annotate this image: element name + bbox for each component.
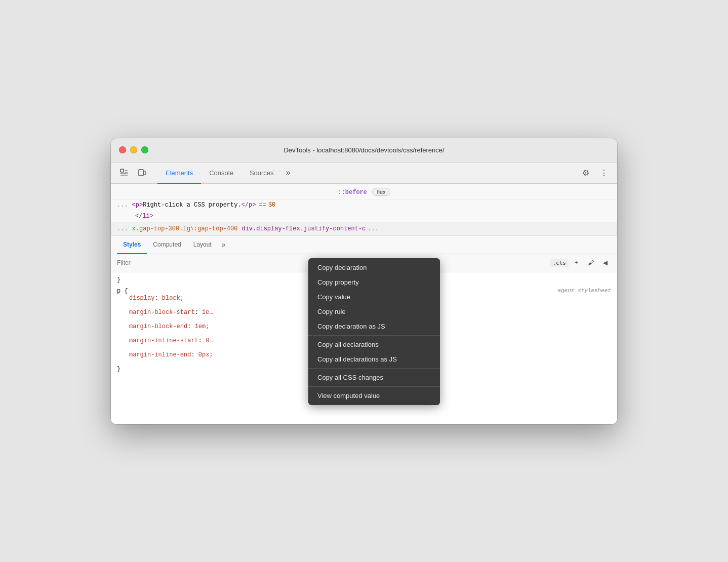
more-tabs-button[interactable]: » [282, 163, 295, 183]
context-menu-item-copy-all-declarations-js[interactable]: Copy all declarations as JS [308, 352, 440, 367]
breadcrumb-item-2[interactable]: div.display-flex.justify-content-c [241, 225, 366, 232]
tabbar: Elements Console Sources » ⚙ ⋮ [111, 163, 617, 184]
context-menu-item-copy-all-css-changes[interactable]: Copy all CSS changes [308, 370, 440, 385]
before-pseudo-element: ::before [338, 189, 367, 196]
flex-badge: flex [372, 188, 390, 196]
styles-panel: Styles Computed Layout » .cls + 🖌 ◀ } [111, 236, 617, 424]
tab-elements[interactable]: Elements [157, 163, 201, 184]
window-title: DevTools - localhost:8080/docs/devtools/… [284, 146, 444, 154]
context-menu-item-copy-all-declarations[interactable]: Copy all declarations [308, 337, 440, 352]
close-button[interactable] [119, 146, 126, 153]
html-panel: ... <p> Right-click a CSS property. </p>… [111, 199, 617, 222]
agent-stylesheet-comment: agent stylesheet [557, 288, 611, 294]
minimize-button[interactable] [130, 146, 137, 153]
context-menu-item-copy-rule[interactable]: Copy rule [308, 304, 440, 319]
context-menu-divider-1 [308, 335, 440, 336]
paint-button[interactable]: 🖌 [585, 257, 597, 269]
html-line-1: ... <p> Right-click a CSS property. </p>… [111, 199, 617, 211]
context-menu-divider-2 [308, 368, 440, 369]
before-bar: ::before flex [111, 184, 617, 199]
html-tag-p-close: </p> [241, 202, 256, 209]
context-menu-item-copy-value[interactable]: Copy value [308, 290, 440, 304]
html-line-2: </li> [111, 211, 617, 222]
context-menu-item-copy-declaration[interactable]: Copy declaration [308, 260, 440, 275]
more-styles-tabs[interactable]: » [218, 236, 230, 254]
styles-tabs: Styles Computed Layout » [111, 236, 617, 254]
maximize-button[interactable] [141, 146, 148, 153]
traffic-lights [119, 146, 148, 153]
svg-rect-0 [120, 169, 124, 172]
html-dots: ... [117, 202, 128, 209]
html-li-close: </li> [135, 213, 153, 220]
add-style-rule-button[interactable]: + [571, 257, 583, 269]
cls-toggle[interactable]: .cls [550, 259, 569, 267]
devtools-icons [117, 163, 149, 183]
more-options-icon[interactable]: ⋮ [597, 166, 611, 180]
tab-computed[interactable]: Computed [147, 236, 187, 254]
tab-console[interactable]: Console [201, 163, 241, 184]
html-eq: == [259, 202, 266, 209]
settings-icon[interactable]: ⚙ [579, 166, 593, 180]
context-menu: Copy declaration Copy property Copy valu… [308, 258, 440, 405]
svg-rect-1 [139, 170, 143, 176]
device-icon[interactable] [135, 166, 149, 180]
breadcrumb-item-1[interactable]: x.gap-top-300.lg\:gap-top-400 [132, 225, 238, 232]
inspect-icon[interactable] [117, 166, 131, 180]
svg-rect-2 [144, 171, 146, 175]
html-dollar-id: $0 [268, 202, 275, 209]
tabbar-right-actions: ⚙ ⋮ [579, 163, 611, 183]
filter-actions: .cls + 🖌 ◀ [550, 257, 612, 269]
tab-sources[interactable]: Sources [241, 163, 282, 184]
tab-styles[interactable]: Styles [117, 236, 147, 254]
css-closing-brace: } [117, 366, 120, 373]
context-menu-item-view-computed-value[interactable]: View computed value [308, 388, 440, 403]
html-text-content: Right-click a CSS property. [143, 202, 241, 209]
devtools-window: DevTools - localhost:8080/docs/devtools/… [111, 138, 617, 424]
html-tag-p: <p> [132, 202, 143, 209]
titlebar: DevTools - localhost:8080/docs/devtools/… [111, 138, 617, 163]
breadcrumb: ... x.gap-top-300.lg\:gap-top-400 div.di… [111, 222, 617, 236]
tab-layout[interactable]: Layout [187, 236, 218, 254]
context-menu-item-copy-declaration-js[interactable]: Copy declaration as JS [308, 319, 440, 334]
context-menu-divider-3 [308, 386, 440, 387]
toggle-sidebar-button[interactable]: ◀ [599, 257, 611, 269]
breadcrumb-more: ... [368, 225, 379, 232]
css-selector: p { [117, 288, 128, 295]
context-menu-item-copy-property[interactable]: Copy property [308, 275, 440, 290]
breadcrumb-dots: ... [117, 225, 128, 232]
